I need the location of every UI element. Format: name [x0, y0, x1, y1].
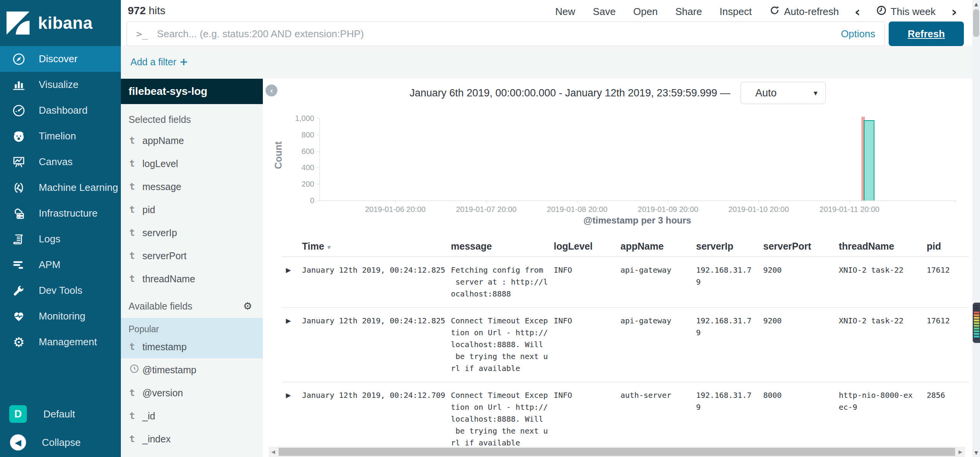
share-button[interactable]: Share: [667, 6, 711, 18]
top-menu: New Save Open Share Inspect Auto-refresh…: [546, 4, 964, 20]
expand-row-icon[interactable]: ▶: [282, 382, 302, 456]
horizontal-scrollbar[interactable]: ◀ ▶: [269, 447, 965, 457]
sidebar-item-timelion[interactable]: Timelion: [0, 123, 121, 149]
field-item-pid[interactable]: t pid: [121, 198, 263, 221]
cell-logLevel: INFO: [554, 382, 620, 456]
sidebar-item-monitoring[interactable]: Monitoring: [0, 303, 121, 329]
column-header-pid[interactable]: pid: [927, 237, 965, 252]
interval-select[interactable]: Auto ▾: [741, 82, 826, 104]
hits-count: 972 hits: [128, 5, 165, 17]
sidebar-item-management[interactable]: ⚙ Management: [0, 329, 121, 355]
cell-appName: api-gateway: [620, 308, 696, 382]
field-sidebar: filebeat-sys-log Selected fields t appNa…: [121, 79, 263, 457]
field-settings-gear-icon[interactable]: ⚙: [243, 300, 252, 312]
easel-icon: [12, 155, 26, 169]
inspect-button[interactable]: Inspect: [711, 6, 761, 18]
expand-row-icon[interactable]: ▶: [282, 257, 302, 307]
sidebar-item-logs[interactable]: Logs: [0, 226, 121, 252]
field-item-logLevel[interactable]: t logLevel: [121, 152, 263, 175]
sidebar-item-apm[interactable]: APM: [0, 252, 121, 278]
column-header-serverIp[interactable]: serverIp: [696, 237, 763, 252]
wrench-icon: [12, 283, 26, 298]
vertical-scrollbar[interactable]: ▲ ▼: [972, 0, 980, 457]
field-item-index[interactable]: t _index: [121, 427, 263, 450]
sidebar-item-dev-tools[interactable]: Dev Tools: [0, 278, 121, 303]
column-header-message[interactable]: message: [451, 237, 554, 252]
selected-fields-heading: Selected fields: [121, 104, 263, 129]
sidebar-item-dashboard[interactable]: Dashboard: [0, 98, 121, 123]
kibana-logo-icon: [7, 11, 30, 35]
open-button[interactable]: Open: [624, 6, 667, 18]
x-tick: 2019-01-07 20:00: [456, 205, 516, 214]
sidebar-item-label: Dev Tools: [39, 285, 82, 296]
expand-row-icon[interactable]: ▶: [282, 308, 302, 382]
add-filter-button[interactable]: Add a filter+: [130, 56, 188, 68]
field-item-atversion[interactable]: t @version: [121, 381, 263, 404]
scroll-down-icon[interactable]: ▼: [972, 449, 980, 457]
cell-pid2: http-nio-8000-ex ec-9: [839, 382, 927, 456]
sidebar-item-machine-learning[interactable]: Machine Learning: [0, 175, 121, 200]
string-field-icon: t: [129, 273, 142, 284]
nav-collapse-button[interactable]: ◀ Collapse: [0, 428, 121, 457]
space-selector-default[interactable]: D Default: [0, 400, 121, 428]
string-field-icon: t: [129, 411, 142, 421]
histogram-bar[interactable]: [864, 120, 874, 200]
column-header-logLevel[interactable]: logLevel: [554, 237, 620, 252]
column-header-time[interactable]: Time▾: [302, 237, 451, 252]
cell-serverPort: 9200: [763, 308, 839, 382]
auto-refresh-button[interactable]: Auto-refresh: [761, 5, 848, 18]
chevron-down-icon: ▾: [814, 88, 818, 98]
field-item-message[interactable]: t message: [121, 175, 263, 198]
time-prev-button[interactable]: ‹: [848, 4, 867, 20]
refresh-button[interactable]: Refresh: [889, 22, 964, 46]
field-item-timestamp[interactable]: t timestamp: [121, 335, 263, 358]
kibana-logo[interactable]: kibana: [0, 0, 121, 46]
string-field-icon: t: [129, 227, 142, 238]
popular-heading: Popular: [121, 320, 263, 335]
filter-bar: Add a filter+: [121, 46, 972, 79]
field-item-threadName[interactable]: t threadName: [121, 267, 263, 290]
sidebar-item-visualize[interactable]: Visualize: [0, 72, 121, 98]
clock-icon: [876, 5, 887, 18]
save-button[interactable]: Save: [584, 6, 624, 18]
sidebar-item-label: Dashboard: [39, 104, 87, 116]
sidebar-item-canvas[interactable]: Canvas: [0, 149, 121, 175]
field-item-serverPort[interactable]: t serverPort: [121, 244, 263, 267]
scroll-left-icon[interactable]: ◀: [269, 449, 278, 455]
field-item-id[interactable]: t _id: [121, 404, 263, 427]
field-item-attimestamp[interactable]: @timestamp: [121, 358, 263, 381]
x-tick: 2019-01-06 20:00: [365, 205, 426, 214]
time-next-button[interactable]: ›: [944, 4, 964, 20]
y-tick: 200: [302, 180, 314, 189]
scroll-marker-stripes: [974, 305, 979, 340]
cell-serverPort: 9200: [763, 257, 839, 307]
cell-threadName: XNIO-2 task-22: [839, 257, 927, 307]
collapse-nav-icon: ◀: [10, 434, 26, 450]
field-item-appName[interactable]: t appName: [121, 129, 263, 152]
column-header-serverPort[interactable]: serverPort: [763, 237, 839, 252]
time-range-button[interactable]: This week: [867, 5, 944, 18]
field-item-serverIp[interactable]: t serverIp: [121, 221, 263, 244]
column-header-appName[interactable]: appName: [620, 237, 696, 252]
sidebar-item-label: Management: [39, 336, 97, 348]
cell-pid: 17612: [927, 257, 965, 307]
vertical-scroll-thumb[interactable]: [973, 9, 979, 37]
sidebar-item-label: Visualize: [39, 79, 79, 91]
field-item-score[interactable]: # _score: [121, 450, 263, 457]
sidebar-item-discover[interactable]: Discover: [0, 46, 121, 72]
column-header-threadName[interactable]: threadName: [839, 237, 927, 252]
search-options-link[interactable]: Options: [841, 28, 875, 40]
index-pattern-selector[interactable]: filebeat-sys-log: [121, 79, 263, 104]
scroll-up-icon[interactable]: ▲: [972, 0, 980, 8]
scroll-right-icon[interactable]: ▶: [956, 449, 965, 455]
sidebar-item-label: Discover: [39, 53, 78, 65]
new-button[interactable]: New: [546, 6, 584, 18]
x-tick: 2019-01-08 20:00: [547, 205, 607, 214]
plus-icon: +: [180, 56, 188, 68]
y-tick: 400: [302, 163, 314, 172]
y-axis-label: Count: [272, 141, 284, 169]
horizontal-scroll-thumb[interactable]: [279, 448, 955, 456]
space-label: Default: [43, 408, 75, 420]
sidebar-item-infrastructure[interactable]: Infrastructure: [0, 200, 121, 226]
search-input[interactable]: [157, 28, 833, 40]
